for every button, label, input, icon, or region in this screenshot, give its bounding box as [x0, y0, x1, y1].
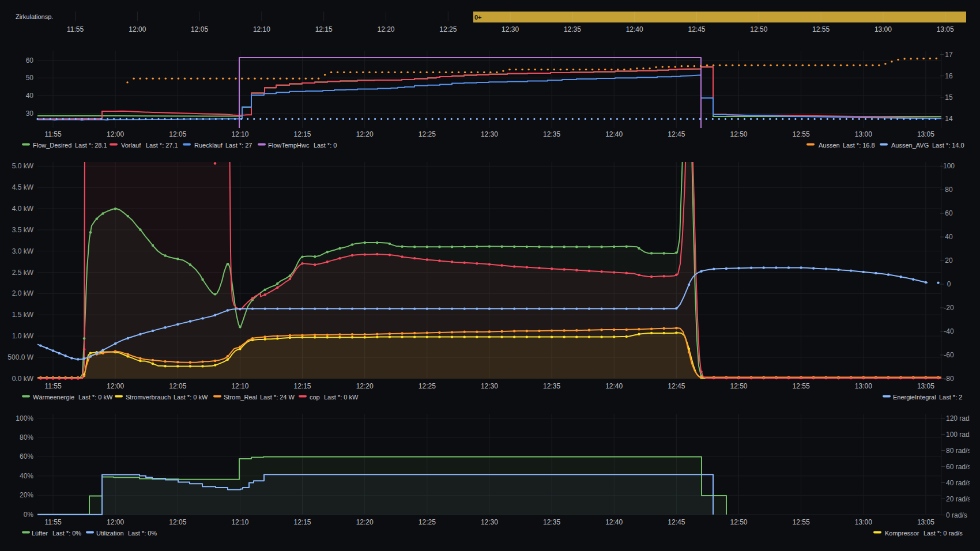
svg-text:11:55: 11:55 — [67, 25, 84, 33]
svg-text:Strom_Real: Strom_Real — [224, 394, 257, 401]
svg-text:13:00: 13:00 — [855, 130, 872, 138]
svg-text:12:00: 12:00 — [107, 382, 124, 390]
svg-text:Vorlauf: Vorlauf — [121, 142, 141, 149]
svg-text:Utilization: Utilization — [96, 530, 124, 537]
svg-text:Last *: 0%: Last *: 0% — [128, 530, 157, 537]
svg-text:EnergieIntegral: EnergieIntegral — [893, 394, 936, 401]
svg-text:FlowTempHwc: FlowTempHwc — [268, 142, 310, 149]
svg-text:12:30: 12:30 — [502, 25, 519, 33]
svg-text:2.5 kW: 2.5 kW — [12, 269, 34, 277]
svg-text:12:00: 12:00 — [129, 25, 146, 33]
svg-text:12:45: 12:45 — [668, 518, 685, 526]
svg-text:12:45: 12:45 — [668, 382, 685, 390]
svg-text:17: 17 — [945, 51, 953, 59]
svg-text:12:45: 12:45 — [688, 25, 705, 33]
svg-text:100%: 100% — [16, 414, 33, 422]
svg-text:12:15: 12:15 — [315, 25, 333, 33]
svg-text:4.0 kW: 4.0 kW — [12, 205, 34, 213]
svg-text:12:15: 12:15 — [293, 130, 311, 138]
svg-text:30: 30 — [26, 110, 34, 118]
svg-text:12:30: 12:30 — [481, 130, 498, 138]
svg-text:12:25: 12:25 — [419, 518, 436, 526]
svg-text:40%: 40% — [20, 472, 33, 480]
svg-text:12:30: 12:30 — [481, 518, 498, 526]
svg-text:Last *: 0 kW: Last *: 0 kW — [174, 394, 208, 401]
svg-text:-20: -20 — [944, 304, 954, 312]
svg-text:12:15: 12:15 — [293, 518, 311, 526]
svg-text:cop: cop — [310, 394, 320, 401]
svg-text:12:25: 12:25 — [439, 25, 457, 33]
svg-text:12:10: 12:10 — [231, 130, 248, 138]
svg-text:12:20: 12:20 — [356, 382, 374, 390]
svg-text:13:05: 13:05 — [917, 382, 934, 390]
svg-text:20 rad/s: 20 rad/s — [946, 495, 971, 503]
svg-text:15: 15 — [945, 93, 953, 101]
svg-text:14: 14 — [945, 115, 953, 123]
svg-text:12:40: 12:40 — [605, 130, 623, 138]
svg-text:100: 100 — [943, 162, 955, 170]
svg-text:1.5 kW: 1.5 kW — [12, 311, 34, 319]
svg-text:12:10: 12:10 — [231, 518, 248, 526]
svg-text:12:00: 12:00 — [107, 130, 124, 138]
svg-text:13:00: 13:00 — [855, 382, 872, 390]
svg-text:Lüfter: Lüfter — [32, 530, 48, 537]
svg-text:12:35: 12:35 — [564, 25, 581, 33]
svg-text:Last *: 0 kW: Last *: 0 kW — [324, 394, 359, 401]
svg-text:12:25: 12:25 — [419, 382, 436, 390]
svg-text:Ruecklauf: Ruecklauf — [194, 142, 223, 149]
svg-text:12:50: 12:50 — [750, 25, 767, 33]
svg-text:Zirkulationsp.: Zirkulationsp. — [16, 13, 53, 20]
svg-text:60: 60 — [26, 56, 34, 65]
svg-text:80%: 80% — [20, 433, 33, 441]
svg-text:12:25: 12:25 — [419, 130, 436, 138]
svg-text:3.5 kW: 3.5 kW — [12, 226, 34, 234]
svg-text:80 rad/s: 80 rad/s — [946, 447, 971, 455]
svg-text:Aussen: Aussen — [819, 142, 840, 149]
svg-text:12:55: 12:55 — [793, 130, 810, 138]
svg-text:Aussen_AVG: Aussen_AVG — [891, 142, 929, 149]
svg-text:12:55: 12:55 — [812, 25, 830, 33]
svg-text:12:50: 12:50 — [730, 382, 747, 390]
svg-text:16: 16 — [945, 72, 953, 80]
svg-text:13:00: 13:00 — [875, 25, 892, 33]
svg-text:12:20: 12:20 — [356, 130, 374, 138]
svg-text:13:00: 13:00 — [855, 518, 872, 526]
svg-text:12:40: 12:40 — [605, 518, 623, 526]
svg-text:40: 40 — [26, 92, 34, 100]
svg-text:Last *: 0: Last *: 0 — [314, 142, 337, 149]
svg-text:-40: -40 — [944, 327, 954, 335]
svg-text:11:55: 11:55 — [44, 130, 61, 138]
svg-text:Last *: 28.1: Last *: 28.1 — [75, 142, 107, 149]
svg-text:12:05: 12:05 — [169, 130, 186, 138]
svg-text:Wärmeenergie: Wärmeenergie — [33, 394, 74, 401]
svg-text:13:05: 13:05 — [917, 518, 934, 526]
svg-text:12:20: 12:20 — [356, 518, 374, 526]
svg-text:11:55: 11:55 — [44, 518, 61, 526]
svg-text:Last *: 16.8: Last *: 16.8 — [843, 142, 875, 149]
svg-text:20%: 20% — [20, 491, 33, 499]
svg-text:Last *: 0%: Last *: 0% — [52, 530, 81, 537]
svg-text:-80: -80 — [944, 375, 954, 383]
svg-text:60%: 60% — [20, 452, 33, 461]
svg-text:0%: 0% — [24, 511, 34, 519]
svg-text:12:55: 12:55 — [793, 518, 810, 526]
svg-text:12:00: 12:00 — [107, 518, 124, 526]
svg-text:12:55: 12:55 — [793, 382, 810, 390]
svg-text:40: 40 — [945, 233, 953, 241]
svg-text:12:40: 12:40 — [626, 25, 643, 33]
svg-text:12:20: 12:20 — [377, 25, 394, 33]
svg-text:5.0 kW: 5.0 kW — [12, 162, 34, 170]
svg-text:12:05: 12:05 — [169, 382, 186, 390]
svg-text:Stromverbrauch: Stromverbrauch — [126, 394, 171, 401]
svg-text:500.0 W: 500.0 W — [7, 353, 33, 361]
svg-text:12:50: 12:50 — [730, 518, 747, 526]
svg-text:80: 80 — [945, 186, 953, 194]
svg-text:12:50: 12:50 — [730, 130, 747, 138]
svg-text:12:05: 12:05 — [191, 25, 208, 33]
svg-text:Last *: 14.0: Last *: 14.0 — [932, 142, 964, 149]
svg-text:0: 0 — [947, 280, 951, 288]
svg-text:0 rad/s: 0 rad/s — [946, 511, 967, 519]
svg-text:12:10: 12:10 — [253, 25, 270, 33]
svg-text:12:30: 12:30 — [481, 382, 498, 390]
svg-text:Last *: 0 kW: Last *: 0 kW — [78, 394, 113, 401]
